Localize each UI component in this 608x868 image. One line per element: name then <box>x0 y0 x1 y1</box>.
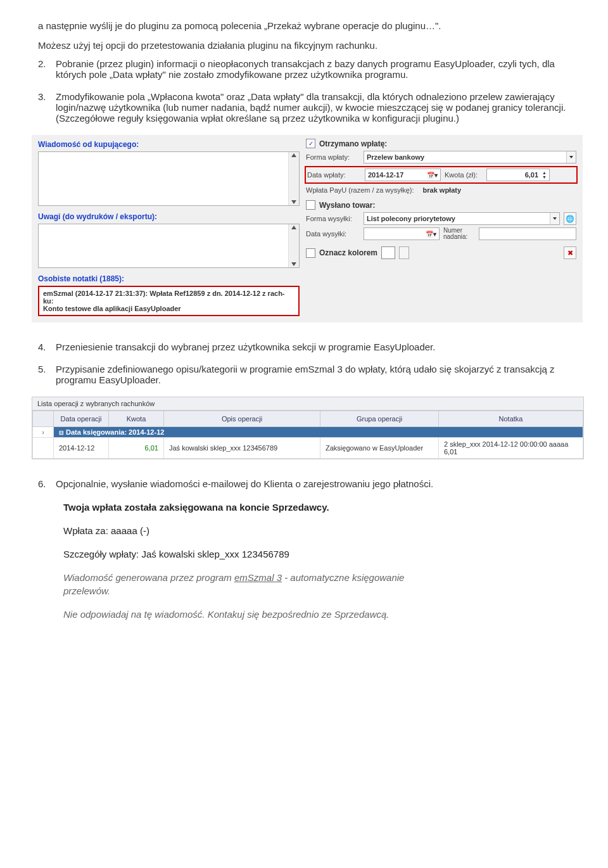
notes-line-2: Konto testowe dla aplikacji EasyUploader <box>43 305 294 312</box>
color-label: Oznacz kolorem <box>319 248 377 257</box>
cell-date: 2014-12-12 <box>54 438 109 459</box>
buyer-message-textarea[interactable] <box>38 151 300 206</box>
step-4: 4. Przeniesienie transakcji do wybranej … <box>38 341 570 352</box>
email-line-2: Wpłata za: aaaaa (-) <box>63 524 450 537</box>
screenshot-table: Lista operacji z wybranych rachunków Dat… <box>32 397 584 459</box>
ship-date-input[interactable]: 📅▾ <box>364 227 440 240</box>
intro-paragraph-1: a następnie wyślij je do pluginu za pomo… <box>38 19 570 32</box>
payment-date-value: 2014-12-17 <box>368 171 403 179</box>
col-desc[interactable]: Opis operacji <box>164 411 320 427</box>
step-6: 6. Opcjonalnie, wysłanie wiadomości e-ma… <box>38 478 570 489</box>
col-amount[interactable]: Kwota <box>109 411 164 427</box>
table-title: Lista operacji z wybranych rachunków <box>32 397 583 411</box>
steps-list: 2. Pobranie (przez plugin) informacji o … <box>38 58 570 124</box>
tracking-input[interactable] <box>479 227 576 240</box>
email-line-3: Szczegóły wpłaty: Jaś kowalski sklep_xxx… <box>63 547 450 561</box>
payment-received-label: Otrzymano wpłatę: <box>319 139 387 148</box>
email-app-link[interactable]: emSzmal 3 <box>234 572 282 583</box>
shipped-checkbox[interactable] <box>306 200 315 210</box>
step-text: Zmodyfikowanie pola „Wpłacona kwota" ora… <box>56 91 570 124</box>
steps-list-cont: 4. Przeniesienie transakcji do wybranej … <box>38 341 570 385</box>
table-row[interactable]: 2014-12-12 6,01 Jaś kowalski sklep_xxx 1… <box>33 438 583 459</box>
color-checkbox[interactable] <box>306 248 315 258</box>
step-number: 4. <box>38 341 56 352</box>
payment-date-highlight: Data wpłaty: 2014-12-17 📅▾ Kwota (zł): 6… <box>305 166 578 184</box>
notes-label: Osobiste notatki (1885): <box>34 272 303 284</box>
remarks-label: Uwagi (do wydruków / eksportu): <box>34 210 303 222</box>
buyer-message-label: Wiadomość od kupującego: <box>34 137 303 150</box>
shipped-label: Wysłano towar: <box>319 201 375 210</box>
chevron-down-icon[interactable] <box>399 246 409 259</box>
step-2: 2. Pobranie (przez plugin) informacji o … <box>38 58 570 80</box>
cell-desc: Jaś kowalski sklep_xxx 123456789 <box>164 438 320 459</box>
clear-color-icon[interactable]: ✖ <box>564 246 576 259</box>
scrollbar[interactable] <box>288 224 299 267</box>
step-3: 3. Zmodyfikowanie pola „Wpłacona kwota" … <box>38 91 570 124</box>
intro-paragraph-2: Możesz użyj tej opcji do przetestowania … <box>38 39 570 52</box>
amount-label: Kwota (zł): <box>445 171 483 179</box>
globe-icon[interactable]: 🌐 <box>564 212 576 225</box>
step-number: 5. <box>38 364 56 385</box>
tracking-label: Numer nadania: <box>443 227 475 240</box>
amount-value: 6,01 <box>525 171 538 179</box>
cell-group: Zaksięgowano w EasyUploader <box>320 438 439 459</box>
col-note[interactable]: Notatka <box>439 411 583 427</box>
col-group[interactable]: Grupa operacji <box>320 411 439 427</box>
cell-amount: 6,01 <box>109 438 164 459</box>
notes-content: emSzmal (2014-12-17 21:31:37): Wpłata Re… <box>38 286 300 316</box>
payment-date-input[interactable]: 2014-12-17 📅▾ <box>365 169 441 181</box>
chevron-down-icon <box>550 213 559 224</box>
operations-table: Data operacji Kwota Opis operacji Grupa … <box>32 411 583 459</box>
email-l4a: Wiadomość generowana przez program <box>63 572 234 583</box>
group-label: Data księgowania: 2014-12-12 <box>66 428 164 436</box>
step-number: 3. <box>38 91 56 124</box>
payment-date-label: Data wpłaty: <box>307 171 361 179</box>
col-date[interactable]: Data operacji <box>54 411 109 427</box>
step-number: 2. <box>38 58 56 80</box>
notes-line-1: emSzmal (2014-12-17 21:31:37): Wpłata Re… <box>43 290 294 305</box>
group-row[interactable]: › ⊟ Data księgowania: 2014-12-12 <box>33 427 583 438</box>
ship-form-value: List polecony priorytetowy <box>367 215 455 222</box>
payu-label: Wpłata PayU (razem / za wysyłkę): <box>306 186 414 194</box>
screenshot-email: Twoja wpłata została zaksięgowana na kon… <box>63 501 450 621</box>
step-text: Przypisanie zdefiniowanego opisu/kategor… <box>56 364 570 385</box>
screenshot-form: Wiadomość od kupującego: Uwagi (do wydru… <box>32 135 583 322</box>
payment-form-value: Przelew bankowy <box>367 153 424 161</box>
color-swatch[interactable] <box>381 246 395 259</box>
ship-form-label: Forma wysyłki: <box>306 215 360 222</box>
remarks-textarea[interactable] <box>38 224 300 268</box>
amount-input[interactable]: 6,01 ▲▼ <box>486 169 550 181</box>
step-number: 6. <box>38 478 56 489</box>
chevron-down-icon <box>566 151 576 163</box>
email-line-1: Twoja wpłata została zaksięgowana na kon… <box>63 501 450 514</box>
payment-received-checkbox[interactable] <box>306 139 315 148</box>
cell-note: 2 sklep_xxx 2014-12-12 00:00:00 aaaaa 6,… <box>439 438 583 459</box>
payu-value: brak wpłaty <box>423 186 462 194</box>
payment-form-label: Forma wpłaty: <box>306 153 360 161</box>
step-5: 5. Przypisanie zdefiniowanego opisu/kate… <box>38 364 570 385</box>
email-line-4: Wiadomość generowana przez program emSzm… <box>63 571 450 597</box>
step-text: Pobranie (przez plugin) informacji o nie… <box>56 58 570 80</box>
step-text: Opcjonalnie, wysłanie wiadomości e-mailo… <box>56 478 570 489</box>
steps-list-cont2: 6. Opcjonalnie, wysłanie wiadomości e-ma… <box>38 478 570 489</box>
step-text: Przeniesienie transakcji do wybranej prz… <box>56 341 570 352</box>
scrollbar[interactable] <box>288 152 299 205</box>
payment-form-select[interactable]: Przelew bankowy <box>364 151 576 163</box>
ship-form-select[interactable]: List polecony priorytetowy <box>364 212 560 225</box>
ship-date-label: Data wysyłki: <box>306 230 360 238</box>
email-line-5: Nie odpowiadaj na tę wiadomość. Kontakuj… <box>63 608 450 621</box>
